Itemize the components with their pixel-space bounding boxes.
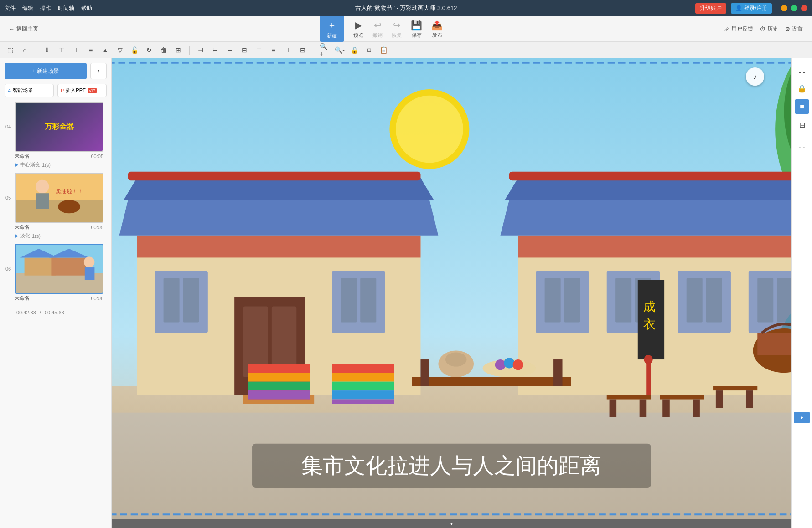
lock-right-button[interactable]: 🔒 [795,81,809,96]
scene-thumb-06[interactable] [15,244,103,294]
toolbar-separator-2 [189,46,190,55]
menu-timeline[interactable]: 时间轴 [58,5,74,12]
chevron-down-icon: ▼ [450,521,454,526]
settings-button[interactable]: ⚙ 设置 [785,25,803,33]
music-overlay-button[interactable]: ♪ [746,67,764,86]
align-left-button[interactable]: ⊣ [195,45,206,56]
toolbar-actions: ＋ 新建 ▶ 预览 ↩ 撤销 ↪ 恢复 💾 保存 📤 发布 [320,16,443,42]
menu-operate[interactable]: 操作 [40,5,51,12]
undo-button[interactable]: ↩ 撤销 [372,20,383,39]
main-canvas[interactable]: 成 衣 [112,58,791,519]
scene-row-04: 04 万彩金器 [4,102,108,152]
zoom-out-button[interactable]: 🔍- [334,45,345,56]
menu-file[interactable]: 文件 [5,5,16,12]
more-right-button[interactable]: ··· [795,140,809,154]
right-side-panel: ⛶ 🔒 ■ ⊟ ··· ▶ [791,58,812,528]
select-tool-button[interactable]: ⬚ [5,45,16,56]
align-mid-button[interactable]: ≡ [268,45,279,56]
feedback-button[interactable]: 🖊 用户反馈 [724,25,753,33]
svg-rect-83 [610,400,617,417]
menu-edit[interactable]: 编辑 [22,5,33,12]
history-button[interactable]: ⏱ 历史 [760,25,778,33]
scene-svg: 成 衣 [112,58,791,519]
save-button[interactable]: 💾 保存 [411,20,422,39]
svg-rect-8 [25,258,56,276]
svg-rect-51 [678,271,731,333]
login-button[interactable]: 👤 登录/注册 [731,3,772,14]
scene-item-06: 06 [4,244,108,302]
svg-rect-87 [693,400,700,417]
download-button[interactable]: ⬇ [41,45,52,56]
align-top-button[interactable]: ⊤ [56,45,67,56]
insert-ppt-button[interactable]: P 插入PPT VIP [57,84,107,97]
lock2-button[interactable]: 🔒 [349,45,360,56]
canvas-expand-button[interactable]: ▼ [112,519,791,528]
color-right-button[interactable]: ■ [795,99,809,114]
svg-rect-72 [332,400,394,404]
align-bottom-button[interactable]: ⊥ [71,45,82,56]
music-button[interactable]: ♪ [90,63,107,79]
scene-preview-button[interactable]: ▶ [794,412,810,423]
preview-button[interactable]: ▶ 预览 [353,20,363,39]
smart-scene-button[interactable]: A 智能场景 [5,84,54,97]
back-home-button[interactable]: ← 返回主页 [9,25,38,33]
delete-button[interactable]: 🗑 [158,45,169,56]
home-tool-button[interactable]: ⌂ [19,45,30,56]
rotate-button[interactable]: ↻ [144,45,155,56]
transition-duration-04: 1(s) [42,162,51,168]
new-button[interactable]: ＋ 新建 [320,16,344,42]
align-bot-button[interactable]: ⊥ [283,45,294,56]
svg-rect-67 [248,390,310,399]
scene-row-06: 06 [4,244,108,294]
expand-right-button[interactable]: ⛶ [795,63,809,77]
maximize-button[interactable] [791,5,797,11]
align-right-button[interactable]: ⊢ [224,45,235,56]
scene-thumb-04[interactable]: 万彩金器 [15,102,103,152]
zoom-in-button[interactable]: 🔍+ [320,45,331,56]
new-scene-button[interactable]: + 新建场景 [5,63,87,79]
align-top2-button[interactable]: ⊤ [253,45,264,56]
svg-rect-40 [137,236,420,258]
svg-rect-66 [248,382,310,390]
layer-up-button[interactable]: ▲ [100,45,111,56]
menu-help[interactable]: 帮助 [81,5,92,12]
canvas-area: 成 衣 [112,58,791,528]
scene-number-04: 04 [4,124,13,129]
crop-button[interactable]: ⊞ [173,45,184,56]
lock-button[interactable]: 🔓 [129,45,140,56]
layer-down-button[interactable]: ▽ [114,45,125,56]
svg-rect-35 [164,278,180,322]
transition-04: ▶ 中心渐变 1(s) [15,160,108,169]
dist-v-button[interactable]: ⊟ [297,45,308,56]
scene-tools: A 智能场景 P 插入PPT VIP [0,84,111,102]
svg-rect-38 [341,278,357,322]
svg-rect-3 [36,193,49,209]
paste-button[interactable]: 📋 [378,45,389,56]
svg-rect-71 [332,390,394,399]
align-vcenter-button[interactable]: ⊢ [210,45,221,56]
minus-right-button[interactable]: ⊟ [795,118,809,132]
music-icon: ♪ [97,68,100,74]
publish-button[interactable]: 📤 发布 [431,20,443,39]
minimize-button[interactable] [781,5,787,11]
main-toolbar: ← 返回主页 ＋ 新建 ▶ 预览 ↩ 撤销 ↪ 恢复 💾 保存 📤 发布 🖊 [0,16,812,42]
publish-icon: 📤 [431,20,443,31]
scene-thumb-05[interactable]: 卖油啦！！ [15,173,103,223]
svg-rect-52 [687,278,703,322]
svg-point-81 [513,359,523,370]
copy-button[interactable]: ⧉ [363,45,374,56]
new-icon: ＋ [327,19,336,31]
svg-rect-88 [713,386,757,390]
svg-rect-37 [332,271,385,333]
align-center-button[interactable]: ≡ [85,45,96,56]
svg-point-18 [396,96,463,163]
svg-rect-57 [518,236,791,258]
close-button[interactable] [801,5,807,11]
redo-button[interactable]: ↪ 恢复 [392,20,402,39]
scene-info-04: 未命名 00:05 [15,152,103,160]
scene-number-05: 05 [4,195,13,200]
dist-h-button[interactable]: ⊟ [239,45,250,56]
svg-rect-30 [128,172,421,180]
upgrade-button[interactable]: 升级账户 [695,3,726,14]
history-icon: ⏱ [760,26,765,32]
